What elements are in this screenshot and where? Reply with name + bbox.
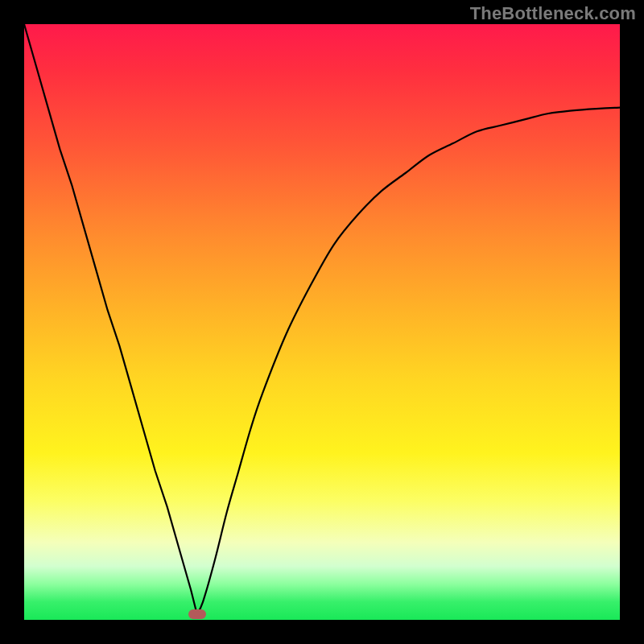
plot-area	[24, 24, 620, 620]
chart-frame: TheBottleneck.com	[0, 0, 644, 644]
bottleneck-curve	[24, 24, 620, 620]
min-marker	[188, 609, 206, 619]
watermark-text: TheBottleneck.com	[470, 3, 636, 24]
